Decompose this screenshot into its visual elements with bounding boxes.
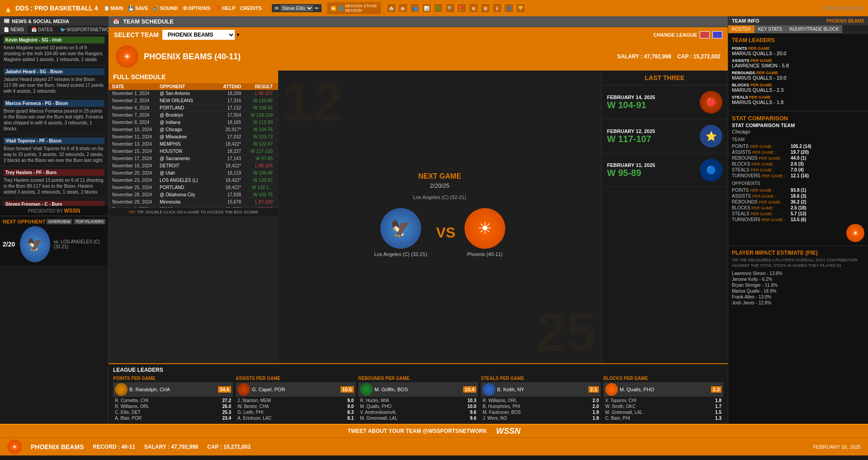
- schedule-table-section: FULL SCHEDULE DATE OPPONENT ATTEND RESUL…: [109, 71, 278, 363]
- stat-row-tov: TURNOVERS PER GAME : 12.1 (16): [732, 173, 864, 178]
- ll-rebounds-top[interactable]: M. Griffin, BOS 10.4: [358, 382, 478, 397]
- salary-display: SALARY : 47,792,998: [144, 444, 198, 450]
- game-result-3[interactable]: FEBRUARY 11, 2025 W 95-89 🔵: [602, 153, 728, 187]
- news-text-5: Trey Haslem scored 13 points on 6 of 11 …: [4, 177, 104, 195]
- person-icon-btn[interactable]: 👤: [504, 3, 514, 13]
- dollar-icon-btn[interactable]: 💲: [433, 3, 443, 13]
- people-icon-btn[interactable]: 👥: [410, 3, 420, 13]
- info-icon-btn[interactable]: ℹ: [492, 3, 502, 13]
- stat-row-reb: REBOUNDS PER GAME : 44.0 (1): [732, 156, 864, 161]
- top-players-link[interactable]: TOP PLAYERS: [74, 219, 105, 224]
- table-row[interactable]: November 1, 2024 @ San Antonio 18,209 L …: [109, 90, 278, 97]
- table-row[interactable]: November 11, 2024 @ Milwaukee 17,032 W 1…: [109, 133, 278, 141]
- table-row[interactable]: November 29, 2024 Minnesota 15,678 L 87-…: [109, 199, 278, 206]
- table-row[interactable]: November 4, 2024 PORTLAND 17,132 W 108-9…: [109, 104, 278, 112]
- col-date: DATE: [112, 84, 160, 89]
- ll-assists: ASSISTS PER GAME G. Capel, POR 10.5 J. S…: [236, 376, 356, 421]
- ll-blocks-top-stat: 2.3: [711, 386, 721, 393]
- user-dropdown[interactable]: Steve Ellis: [280, 5, 313, 11]
- next-opp-title: NEXT OPPONENT: [3, 219, 45, 224]
- table-row[interactable]: November 15, 2024 HOUSTON 18,237 W 117-1…: [109, 148, 278, 155]
- ll-blocks-top[interactable]: M. Qualls, PHO 2.3: [603, 382, 723, 397]
- table-row[interactable]: November 2, 2024 NEW ORLEANS 17,316 W 11…: [109, 97, 278, 104]
- nav-credits[interactable]: CREDITS: [240, 5, 261, 11]
- ll-rebounds-title: REBOUNDS PER GAME: [358, 376, 478, 381]
- nav-help[interactable]: ❓ HELP: [215, 5, 235, 11]
- next-game-opponent: Los Angeles (C) (32-21): [413, 194, 466, 200]
- game-result-1[interactable]: FEBRUARY 14, 2025 W 104-91 🔴: [602, 85, 728, 119]
- next-opponent-section: NEXT OPPONENT OVERVIEW TOP PLAYERS 2/20 …: [0, 216, 108, 265]
- table-row[interactable]: November 10, 2024 @ Chicago 20,917* W 10…: [109, 126, 278, 133]
- team-leaders-title: TEAM LEADERS: [732, 37, 864, 43]
- table-row[interactable]: November 19, 2024 DETROIT 18,422* L 88-1…: [109, 162, 278, 170]
- brand-right: WolverineStudios: [822, 5, 864, 11]
- ll-points-top[interactable]: B. Randolph, CHA 34.6: [113, 382, 233, 397]
- tab-injury-trade[interactable]: INJURY/TRADE BLOCK: [786, 25, 842, 33]
- chart-icon-btn[interactable]: 📊: [422, 3, 432, 13]
- stat-comp-logo: ☀: [732, 224, 864, 242]
- screen-icon-btn[interactable]: 🖥: [480, 3, 490, 13]
- overview-link[interactable]: OVERVIEW: [47, 219, 72, 224]
- ll-blocks-top-name: M. Qualls, PHO: [620, 387, 709, 392]
- home-icon-btn[interactable]: 🏠: [386, 3, 396, 13]
- record-display: RECORD : 40-11: [93, 444, 135, 450]
- nav-main[interactable]: 📋 MAIN: [104, 5, 123, 11]
- away-logo: 🦅: [380, 208, 421, 249]
- nav-options[interactable]: ⚙ OPTIONS: [183, 5, 211, 11]
- tab-news[interactable]: 📄 NEWS: [0, 26, 28, 33]
- ll-steals-avatar: [483, 383, 495, 396]
- ll-assists-title: ASSISTS PER GAME: [236, 376, 356, 381]
- league-flag-2[interactable]: [712, 31, 722, 38]
- ll-steals-r2: B. Humphries, PHI2.0: [481, 403, 601, 409]
- last-three-header: LAST THREE: [602, 71, 728, 85]
- news-headline-2: Jabahri Heard - SG - Bison: [4, 68, 104, 75]
- game2-date: FEBRUARY 12, 2025: [607, 128, 695, 134]
- grid-icon-btn[interactable]: ⊞: [469, 3, 479, 13]
- stadium-icon-btn[interactable]: 🏟: [398, 3, 408, 13]
- next-opp-links: OVERVIEW TOP PLAYERS: [47, 219, 105, 224]
- ll-blocks-r3: M. Greenwalt, LAL1.5: [603, 409, 723, 415]
- nav-sound[interactable]: 🔊 SOUND: [153, 5, 178, 11]
- ll-assists-top[interactable]: G. Capel, POR 10.5: [236, 382, 356, 397]
- table-row[interactable]: November 13, 2024 MEMPHIS 18,422* W 122-…: [109, 141, 278, 148]
- table-row[interactable]: November 28, 2024 @ Oklahoma City 17,838…: [109, 191, 278, 199]
- edit-icon[interactable]: ✏: [315, 5, 319, 11]
- pie-section: PLAYER IMPACT ESTIMATE (PIE) TIP: PIE ME…: [728, 246, 868, 310]
- game-result-2[interactable]: FEBRUARY 12, 2025 W 117-107 ⭐: [602, 119, 728, 153]
- vs-display: VS: [436, 224, 455, 241]
- leader-rebounds-label: REBOUNDS PER GAME: [732, 71, 864, 75]
- table-row[interactable]: November 8, 2024 @ Indiana 18,165 W 112-…: [109, 119, 278, 126]
- tab-key-stats[interactable]: KEY STATS: [754, 25, 786, 33]
- ll-assists-top-name: G. Capel, POR: [252, 387, 339, 392]
- league-flag-1[interactable]: [700, 31, 710, 38]
- game1-score: W 104-91: [607, 100, 695, 110]
- fast-forward-icon[interactable]: ⏩: [331, 6, 336, 11]
- opp-stats-header: OPPONENTS: [732, 181, 864, 186]
- leader-assists-name: LAWRENCE SIMON - 5.8: [732, 63, 864, 68]
- ll-rebounds-r2: M. Qualls, PHO10.0: [358, 403, 478, 409]
- ll-steals-top[interactable]: B. Keith, NY 2.1: [481, 382, 601, 397]
- stat-comp-header-team: TEAM: [732, 137, 864, 142]
- ll-assists-top-stat: 10.5: [341, 386, 354, 393]
- change-league-text: CHANGE LEAGUE: [653, 32, 697, 38]
- leader-assists-label: ASSISTS PER GAME: [732, 58, 864, 63]
- globe-icon[interactable]: 🌐: [338, 6, 343, 11]
- team-dropdown[interactable]: PHOENIX BEAMS: [162, 30, 235, 40]
- news-items: Kevin Magloire - SG - Irish Kevin Magloi…: [0, 34, 108, 206]
- flag-icon-btn[interactable]: 🚩: [457, 3, 467, 13]
- app-title: 🔥 DDS : PRO BASKETBALL 4: [4, 4, 98, 13]
- table-row[interactable]: November 25, 2024 PORTLAND 18,422* W 132…: [109, 184, 278, 191]
- pie-player-5: Frank Allen - 13.0%: [732, 294, 864, 299]
- table-row[interactable]: November 23, 2024 LOS ANGELES (L) 18,422…: [109, 177, 278, 184]
- search-icon-btn[interactable]: 🔍: [445, 3, 455, 13]
- table-row[interactable]: November 17, 2024 @ Sacramento 17,143 W …: [109, 155, 278, 162]
- table-row[interactable]: November 20, 2024 @ Utah 18,119 W 108-96: [109, 170, 278, 177]
- next-opp-vs: vs. LOS ANGELES (C) (32-21): [54, 239, 105, 249]
- trophy-icon-btn[interactable]: 🏆: [516, 3, 526, 13]
- tab-roster[interactable]: ROSTER: [728, 25, 754, 33]
- tab-dates[interactable]: 📅 DATES: [28, 26, 57, 33]
- table-row[interactable]: November 7, 2024 @ Brooklyn 17,554 W 119…: [109, 112, 278, 119]
- pie-player-1: Lawrence Simon - 13.6%: [732, 271, 864, 276]
- nav-save[interactable]: 💾 SAVE: [128, 5, 148, 11]
- game3-date: FEBRUARY 11, 2025: [607, 162, 695, 168]
